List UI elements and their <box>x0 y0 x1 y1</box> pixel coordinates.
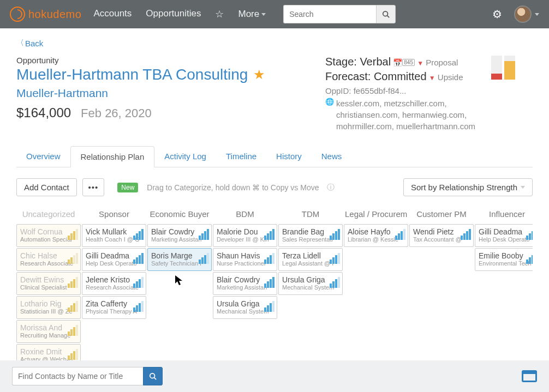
calendar-icon[interactable]: 📅 <box>393 58 402 67</box>
score-bars <box>491 56 515 80</box>
drag-hint: Drag to Categorize, hold down ⌘ to Copy … <box>147 183 319 192</box>
nav-more[interactable]: More <box>238 8 266 20</box>
more-actions-button[interactable]: ••• <box>82 178 105 196</box>
kicker: Opportunity <box>16 56 265 65</box>
contact-card[interactable]: Gilli DeadmaHelp Desk Operato <box>475 224 533 247</box>
contact-card[interactable]: Emilie BoobyEnvironmental Tech <box>475 248 533 271</box>
column-header: TDM <box>278 206 343 224</box>
strength-bars-icon <box>133 277 144 288</box>
svg-point-0 <box>383 11 388 16</box>
opportunity-meta: Stage: Verbal 📅845 ▼ Proposal Forecast: … <box>325 56 478 134</box>
strength-bars-icon <box>526 253 533 264</box>
sort-button[interactable]: Sort by Relationship Strength <box>403 178 533 196</box>
column-header: Legal / Procurem <box>344 206 408 224</box>
tab-timeline[interactable]: Timeline <box>216 146 266 167</box>
strength-bars-icon <box>199 253 209 264</box>
tab-activity-log[interactable]: Activity Log <box>154 146 216 167</box>
column-header: Influencer <box>475 206 533 224</box>
contact-card[interactable]: Brandie BagSales Representati <box>278 224 343 247</box>
search-icon <box>382 10 390 18</box>
contact-card[interactable]: Ursula GrigaMechanical System <box>213 296 277 319</box>
tab-history[interactable]: History <box>266 146 312 167</box>
contact-card[interactable]: Gilli DeadmaHelp Desk Operato <box>82 248 146 271</box>
tab-overview[interactable]: Overview <box>16 146 70 167</box>
strength-bars-icon <box>68 325 78 336</box>
favorites-icon[interactable]: ☆ <box>215 8 224 20</box>
strength-bars-icon <box>330 253 340 264</box>
contact-card[interactable]: Ursula GrigaMechanical System <box>278 272 343 295</box>
caret-down-icon <box>261 13 266 16</box>
column-container: UncategorizedWolf CornuaAutomation Speci… <box>16 206 533 368</box>
oppid: OppID: fe655dbf-f84... <box>325 86 478 95</box>
back-link[interactable]: 〈 Back <box>16 38 533 48</box>
strength-bars-icon <box>133 253 144 264</box>
column-sponsor: SponsorVick MullarkHealth Coach I @ GGil… <box>82 206 146 368</box>
contact-card[interactable]: Boris MargeSafety Technician I <box>147 248 212 271</box>
contact-card[interactable]: Malorie DouDeveloper III @ Kih <box>213 224 277 247</box>
contact-card[interactable]: Jelene KristoResearch Associate <box>82 272 146 295</box>
find-contacts-input[interactable] <box>12 367 143 368</box>
find-contacts-button[interactable] <box>143 367 163 368</box>
contact-card[interactable]: Lothario RigStatistician III @ Ze <box>16 296 81 319</box>
column-influencer: InfluencerGilli DeadmaHelp Desk OperatoE… <box>475 206 533 368</box>
strength-bars-icon <box>264 229 274 240</box>
nav-links: Accounts Opportunities ☆ More <box>93 8 266 20</box>
favorite-star-icon[interactable]: ★ <box>253 67 265 82</box>
navbar: hokudemo Accounts Opportunities ☆ More ⚙ <box>0 0 549 28</box>
nav-opportunities[interactable]: Opportunities <box>146 8 201 20</box>
column-header: Sponsor <box>82 206 146 224</box>
contact-card[interactable]: Dewitt EwinsClinical Specialist <box>16 272 81 295</box>
tab-news[interactable]: News <box>312 146 352 167</box>
contact-card[interactable]: Terza LidellLegal Assistant @ I <box>278 248 343 271</box>
strength-bars-icon <box>264 277 274 288</box>
contact-title: Help Desk Operato <box>479 236 533 243</box>
tab-relationship-plan[interactable]: Relationship Plan <box>70 146 155 167</box>
strength-bars-icon <box>330 229 340 240</box>
new-badge: New <box>117 183 138 192</box>
strength-bars-icon <box>68 301 78 312</box>
add-contact-button[interactable]: Add Contact <box>16 178 77 196</box>
help-icon[interactable]: ⓘ <box>327 183 335 192</box>
column-economic-buyer: Economic BuyerBlair CowdryMarketing Assi… <box>147 206 212 368</box>
amount: $164,000 <box>16 105 71 120</box>
strength-bars-icon <box>199 229 209 240</box>
tabs: OverviewRelationship PlanActivity LogTim… <box>16 146 533 167</box>
strength-bars-icon <box>330 277 340 288</box>
column-customer-pm: Customer PMWendi PietzTax Accountant @ <box>409 206 474 368</box>
column-legal-procurem: Legal / ProcuremAloise HayfoLibrarian @ … <box>344 206 408 368</box>
contact-title: Environmental Tech <box>479 260 533 267</box>
brand[interactable]: hokudemo <box>10 7 81 22</box>
user-menu[interactable] <box>514 5 539 23</box>
contact-card[interactable]: Zita CaffertyPhysical Therapy A <box>82 296 146 319</box>
contact-card[interactable]: Wolf CornuaAutomation Special <box>16 224 81 247</box>
strength-bars-icon <box>133 301 144 312</box>
contact-card[interactable]: Aloise HayfoLibrarian @ Kessle <box>344 224 408 247</box>
opportunity-title[interactable]: Mueller-Hartmann TBA Consulting <box>16 66 248 83</box>
avatar <box>514 5 532 23</box>
settings-icon[interactable]: ⚙ <box>492 8 502 21</box>
search-button[interactable] <box>376 5 396 23</box>
column-header: BDM <box>213 206 277 224</box>
account-link[interactable]: Mueller-Hartmann <box>16 87 265 100</box>
brand-icon <box>10 7 25 22</box>
strength-bars-icon <box>68 229 78 240</box>
toolbar: Add Contact ••• New Drag to Categorize, … <box>16 178 533 196</box>
contact-card[interactable]: Blair CowdryMarketing Assistan <box>147 224 212 247</box>
search-input[interactable] <box>283 5 376 23</box>
footer-bar <box>0 360 549 368</box>
stage-label: Stage: Verbal <box>325 56 391 68</box>
contact-card[interactable]: Shaun HavisNurse Practicioner <box>213 248 277 271</box>
contact-card[interactable]: Blair CowdryMarketing Assistan <box>213 272 277 295</box>
contact-card[interactable]: Wendi PietzTax Accountant @ <box>409 224 474 247</box>
nav-accounts[interactable]: Accounts <box>93 8 132 20</box>
svg-line-1 <box>387 16 390 18</box>
column-bdm: BDMMalorie DouDeveloper III @ KihShaun H… <box>213 206 277 368</box>
down-triangle-icon: ▼ <box>417 59 423 67</box>
contact-card[interactable]: Vick MullarkHealth Coach I @ G <box>82 224 146 247</box>
column-tdm: TDMBrandie BagSales RepresentatiTerza Li… <box>278 206 343 368</box>
brand-text: hokudemo <box>28 8 81 21</box>
page: 〈 Back Opportunity Mueller-Hartmann TBA … <box>0 28 549 368</box>
opportunity-header: Opportunity Mueller-Hartmann TBA Consult… <box>16 56 265 134</box>
contact-card[interactable]: Chic HalseResearch Associate <box>16 248 81 271</box>
contact-card[interactable]: Morissa AndRecruiting Manage <box>16 320 81 343</box>
